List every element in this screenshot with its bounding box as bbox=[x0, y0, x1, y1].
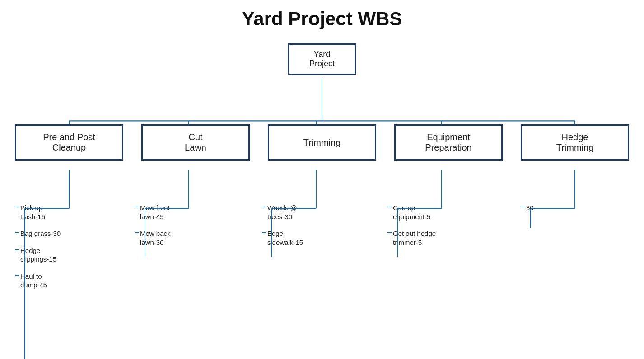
child-get-hedge-trimmer: Get out hedgetrimmer-5 bbox=[387, 229, 436, 247]
child-weeds-trees: Weeds @trees-30 bbox=[262, 203, 303, 221]
children-col-4: 30 bbox=[521, 203, 534, 212]
children-col-2: Weeds @trees-30 Edgesidewalk-15 bbox=[262, 203, 303, 247]
node-pre-post-cleanup: Pre and Post Cleanup bbox=[15, 124, 123, 161]
children-col-0: Pick uptrash-15 Bag grass-30 Hedgeclippi… bbox=[15, 203, 61, 290]
node-equipment-prep: Equipment Preparation bbox=[394, 124, 503, 161]
child-bag-grass: Bag grass-30 bbox=[15, 229, 61, 238]
node-cut-lawn: Cut Lawn bbox=[141, 124, 250, 161]
child-gas-up: Gas-upequipment-5 bbox=[387, 203, 436, 221]
child-pick-up-trash: Pick uptrash-15 bbox=[15, 203, 61, 221]
child-hedge-clippings: Hedgeclippings-15 bbox=[15, 246, 61, 264]
wbs-diagram: Yard Project Pre and Post Cleanup Cut La… bbox=[10, 43, 634, 359]
child-mow-front: Mow frontlawn-45 bbox=[135, 203, 171, 221]
child-hedge-30: 30 bbox=[521, 203, 534, 212]
level2-row: Pre and Post Cleanup Cut Lawn Trimming E… bbox=[10, 124, 634, 161]
node-trimming: Trimming bbox=[268, 124, 376, 161]
child-edge-sidewalk: Edgesidewalk-15 bbox=[262, 229, 303, 247]
child-mow-back: Mow backlawn-30 bbox=[135, 229, 171, 247]
page-title: Yard Project WBS bbox=[242, 8, 402, 30]
root-node: Yard Project bbox=[288, 43, 356, 75]
child-haul-to-dump: Haul todump-45 bbox=[15, 272, 61, 290]
children-col-3: Gas-upequipment-5 Get out hedgetrimmer-5 bbox=[387, 203, 436, 247]
children-col-1: Mow frontlawn-45 Mow backlawn-30 bbox=[135, 203, 171, 247]
node-hedge-trimming: Hedge Trimming bbox=[521, 124, 629, 161]
